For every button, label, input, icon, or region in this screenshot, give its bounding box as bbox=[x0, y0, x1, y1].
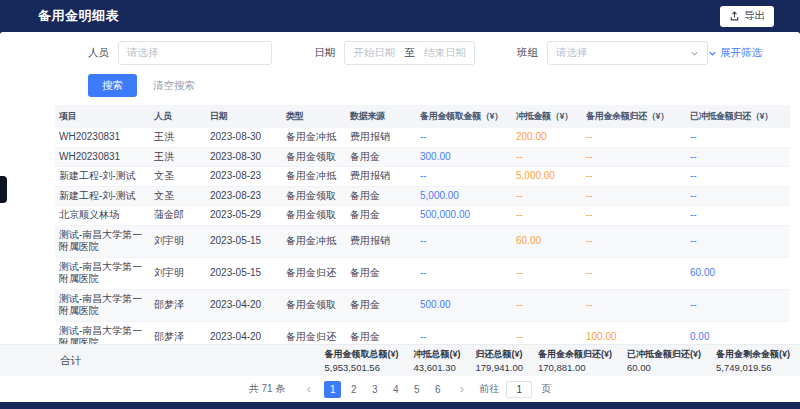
cell-project: 北京顺义林场 bbox=[55, 206, 150, 226]
cell-received-amount: -- bbox=[416, 225, 512, 257]
page-number-button[interactable]: 4 bbox=[387, 381, 404, 398]
cell-source: 费用报销 bbox=[346, 128, 416, 147]
cell-project: WH20230831 bbox=[55, 128, 150, 147]
person-select[interactable]: 请选择 bbox=[118, 41, 272, 65]
cell-received-amount: 500.00 bbox=[416, 289, 512, 321]
page-number-button[interactable]: 3 bbox=[366, 381, 383, 398]
cell-received-amount: -- bbox=[416, 128, 512, 147]
cell-balance-returned: -- bbox=[582, 186, 686, 206]
filter-bar: 人员 请选择 日期 开始日期 至 结束日期 班组 请选择 展开筛选 bbox=[0, 32, 800, 65]
summary-stat: 已冲抵金额归还(¥) 60.00 bbox=[627, 348, 701, 373]
table-row[interactable]: WH20230831 王洪 2023-08-30 备用金领取 备用金 300.0… bbox=[55, 147, 790, 167]
table-container: 项目人员日期类型数据来源备用金领取金额（¥）冲抵金额（¥）备用金余额归还（¥）已… bbox=[0, 105, 800, 344]
table-row[interactable]: 新建工程-刘-测试 文圣 2023-08-23 备用金冲抵 费用报销 -- 5,… bbox=[55, 167, 790, 187]
table-row[interactable]: 测试-南昌大学第一附属医院 刘宇明 2023-05-15 备用金归还 备用金 -… bbox=[55, 257, 790, 289]
cell-received-amount: -- bbox=[416, 167, 512, 187]
table-row[interactable]: WH20230831 王洪 2023-08-30 备用金冲抵 费用报销 -- 2… bbox=[55, 128, 790, 147]
chevron-down-icon bbox=[690, 49, 699, 58]
cell-balance-returned: -- bbox=[582, 289, 686, 321]
cell-received-amount: 300.00 bbox=[416, 147, 512, 167]
date-range-separator: 至 bbox=[404, 46, 415, 60]
goto-suffix: 页 bbox=[541, 382, 551, 396]
summary-stat: 备用金余额归还(¥) 170,881.00 bbox=[538, 348, 612, 373]
next-page-button[interactable]: › bbox=[453, 381, 470, 398]
cell-balance-returned: -- bbox=[582, 147, 686, 167]
filter-actions: 搜索 清空搜索 bbox=[0, 65, 800, 105]
table-row[interactable]: 北京顺义林场 蒲金郎 2023-05-29 备用金领取 备用金 500,000.… bbox=[55, 206, 790, 226]
page-list: 123456 bbox=[324, 381, 446, 398]
date-range-picker[interactable]: 开始日期 至 结束日期 bbox=[344, 41, 475, 65]
top-header-bar: 备用金明细表 导出 bbox=[0, 0, 800, 32]
export-button[interactable]: 导出 bbox=[720, 6, 774, 27]
export-button-label: 导出 bbox=[744, 9, 765, 23]
cell-balance-returned: 100.00 bbox=[582, 321, 686, 344]
cell-person: 邵梦泽 bbox=[150, 289, 206, 321]
cell-project: 新建工程-刘-测试 bbox=[55, 186, 150, 206]
clear-search-button[interactable]: 清空搜索 bbox=[147, 74, 201, 97]
cell-date: 2023-08-30 bbox=[206, 128, 282, 147]
cell-balance-returned: -- bbox=[582, 257, 686, 289]
date-start-placeholder: 开始日期 bbox=[353, 46, 395, 60]
page-title: 备用金明细表 bbox=[38, 7, 119, 25]
content-card: 人员 请选择 日期 开始日期 至 结束日期 班组 请选择 展开筛选 搜索 清空搜… bbox=[0, 32, 800, 402]
summary-stat: 备用金剩余金额(¥) 5,749,019.56 bbox=[716, 348, 790, 373]
cell-received-amount: -- bbox=[416, 321, 512, 344]
goto-label: 前往 bbox=[479, 382, 499, 396]
cell-person: 王洪 bbox=[150, 147, 206, 167]
cell-date: 2023-05-29 bbox=[206, 206, 282, 226]
cell-offset-amount: -- bbox=[512, 257, 582, 289]
cell-type: 备用金领取 bbox=[282, 206, 346, 226]
cell-offset-amount: 200.00 bbox=[512, 128, 582, 147]
column-header: 冲抵金额（¥） bbox=[512, 105, 582, 128]
column-header: 已冲抵金额归还（¥） bbox=[686, 105, 790, 128]
cell-received-amount: 5,000.00 bbox=[416, 186, 512, 206]
cell-offset-amount: -- bbox=[512, 186, 582, 206]
table-row[interactable]: 测试-南昌大学第一附属医院 刘宇明 2023-05-15 备用金冲抵 费用报销 … bbox=[55, 225, 790, 257]
goto-page-input[interactable] bbox=[506, 381, 532, 398]
table-row[interactable]: 测试-南昌大学第一附属医院 邵梦泽 2023-04-20 备用金归还 备用金 -… bbox=[55, 321, 790, 344]
column-header: 日期 bbox=[206, 105, 282, 128]
summary-stat-value: 43,601.30 bbox=[413, 362, 460, 373]
column-header: 数据来源 bbox=[346, 105, 416, 128]
summary-stat-label: 备用金余额归还(¥) bbox=[538, 348, 612, 361]
cell-person: 刘宇明 bbox=[150, 257, 206, 289]
page-number-button[interactable]: 5 bbox=[408, 381, 425, 398]
page-number-button[interactable]: 6 bbox=[429, 381, 446, 398]
cell-type: 备用金冲抵 bbox=[282, 167, 346, 187]
cell-balance-returned: -- bbox=[582, 167, 686, 187]
expand-filters-link[interactable]: 展开筛选 bbox=[708, 46, 762, 60]
summary-row: 合计 备用金领取总额(¥) 5,953,501.56 冲抵总额(¥) 43,60… bbox=[0, 344, 800, 376]
prev-page-button[interactable]: ‹ bbox=[300, 381, 317, 398]
summary-stat-label: 冲抵总额(¥) bbox=[413, 348, 460, 361]
page-number-button[interactable]: 2 bbox=[345, 381, 362, 398]
cell-balance-returned: -- bbox=[582, 206, 686, 226]
summary-stat-value: 5,953,501.56 bbox=[324, 362, 398, 373]
team-select[interactable]: 请选择 bbox=[547, 41, 708, 65]
summary-stat-value: 60.00 bbox=[627, 362, 701, 373]
table-body: WH20230831 王洪 2023-08-30 备用金冲抵 费用报销 -- 2… bbox=[55, 128, 790, 344]
cell-source: 费用报销 bbox=[346, 167, 416, 187]
table-row[interactable]: 新建工程-刘-测试 文圣 2023-08-23 备用金领取 备用金 5,000.… bbox=[55, 186, 790, 206]
cell-type: 备用金归还 bbox=[282, 257, 346, 289]
summary-stat-value: 5,749,019.56 bbox=[716, 362, 790, 373]
page-number-button[interactable]: 1 bbox=[324, 381, 341, 398]
cell-date: 2023-05-15 bbox=[206, 225, 282, 257]
summary-stat-label: 备用金剩余金额(¥) bbox=[716, 348, 790, 361]
cell-source: 备用金 bbox=[346, 257, 416, 289]
cell-person: 文圣 bbox=[150, 186, 206, 206]
cell-balance-returned: -- bbox=[582, 225, 686, 257]
cell-person: 蒲金郎 bbox=[150, 206, 206, 226]
summary-stat-label: 归还总额(¥) bbox=[475, 348, 523, 361]
summary-stat: 备用金领取总额(¥) 5,953,501.56 bbox=[324, 348, 398, 373]
cell-received-amount: 500,000.00 bbox=[416, 206, 512, 226]
pagination-total: 共 71 条 bbox=[249, 382, 286, 396]
cell-project: 测试-南昌大学第一附属医院 bbox=[55, 257, 150, 289]
summary-total-label: 合计 bbox=[60, 354, 81, 368]
cell-source: 备用金 bbox=[346, 147, 416, 167]
cell-offset-amount: -- bbox=[512, 289, 582, 321]
drawer-handle[interactable] bbox=[0, 176, 7, 203]
table-row[interactable]: 测试-南昌大学第一附属医院 邵梦泽 2023-04-20 备用金领取 备用金 5… bbox=[55, 289, 790, 321]
cell-offset-amount: -- bbox=[512, 147, 582, 167]
search-button[interactable]: 搜索 bbox=[88, 74, 137, 97]
cell-offset-returned: -- bbox=[686, 186, 790, 206]
